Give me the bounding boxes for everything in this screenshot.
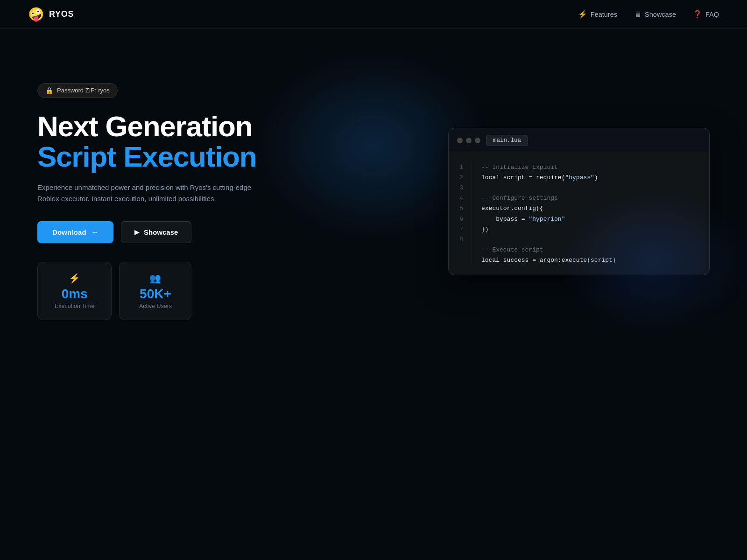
- lightning-nav-icon: ⚡: [578, 10, 587, 19]
- showcase-label: Showcase: [144, 228, 178, 236]
- logo-emoji: 🤪: [28, 8, 44, 21]
- question-nav-icon: ❓: [693, 10, 702, 19]
- cta-buttons: Download → ▶ Showcase: [37, 221, 299, 243]
- showcase-button[interactable]: ▶ Showcase: [121, 221, 191, 243]
- file-tab[interactable]: main.lua: [486, 135, 528, 146]
- arrow-right-icon: →: [91, 228, 99, 237]
- code-editor: main.lua 1 2 3 4 5 6 7 8 -- Initialize E…: [448, 128, 710, 275]
- stat-card-users: 👥 50K+ Active Users: [119, 262, 191, 320]
- lock-icon: 🔒: [45, 87, 53, 94]
- hero-title-blue: Script Execution: [37, 141, 299, 172]
- hero-left: 🔒 Password ZIP: ryos Next Generation Scr…: [37, 83, 299, 320]
- hero-section: 🔒 Password ZIP: ryos Next Generation Scr…: [0, 29, 747, 356]
- nav-link-features[interactable]: ⚡ Features: [578, 10, 617, 19]
- nav-features-label: Features: [591, 11, 617, 18]
- stat-users-icon: 👥: [149, 273, 161, 284]
- code-content: -- Initialize Exploit local script = req…: [472, 162, 626, 266]
- navbar: 🤪 RYOS ⚡ Features 🖥 Showcase ❓ FAQ: [0, 0, 747, 29]
- nav-faq-label: FAQ: [705, 11, 719, 18]
- password-badge: 🔒 Password ZIP: ryos: [37, 83, 118, 98]
- play-icon: ▶: [134, 229, 139, 236]
- password-badge-text: Password ZIP: ryos: [57, 87, 110, 94]
- line-numbers: 1 2 3 4 5 6 7 8: [449, 162, 472, 266]
- code-body: 1 2 3 4 5 6 7 8 -- Initialize Exploit lo…: [449, 153, 709, 275]
- nav-links: ⚡ Features 🖥 Showcase ❓ FAQ: [578, 10, 719, 19]
- hero-right: main.lua 1 2 3 4 5 6 7 8 -- Initialize E…: [448, 128, 710, 275]
- traffic-light-green: [475, 138, 480, 143]
- logo[interactable]: 🤪 RYOS: [28, 8, 74, 21]
- download-label: Download: [52, 228, 86, 236]
- logo-text: RYOS: [49, 9, 74, 19]
- stat-card-execution: ⚡ 0ms Execution Time: [37, 262, 112, 320]
- traffic-light-yellow: [466, 138, 472, 143]
- hero-description: Experience unmatched power and precision…: [37, 182, 252, 204]
- traffic-lights: [457, 138, 480, 143]
- nav-link-showcase[interactable]: 🖥 Showcase: [634, 10, 676, 19]
- stat-users-value: 50K+: [140, 287, 171, 301]
- nav-showcase-label: Showcase: [645, 11, 676, 18]
- stats-cards: ⚡ 0ms Execution Time 👥 50K+ Active Users: [37, 262, 299, 320]
- code-editor-header: main.lua: [449, 128, 709, 153]
- download-button[interactable]: Download →: [37, 221, 113, 243]
- nav-link-faq[interactable]: ❓ FAQ: [693, 10, 719, 19]
- traffic-light-red: [457, 138, 463, 143]
- stat-users-label: Active Users: [139, 303, 172, 309]
- hero-title-white: Next Generation: [37, 111, 299, 141]
- monitor-nav-icon: 🖥: [634, 10, 641, 19]
- stat-execution-label: Execution Time: [55, 303, 94, 309]
- stat-lightning-icon: ⚡: [69, 273, 80, 284]
- stat-execution-value: 0ms: [62, 287, 88, 301]
